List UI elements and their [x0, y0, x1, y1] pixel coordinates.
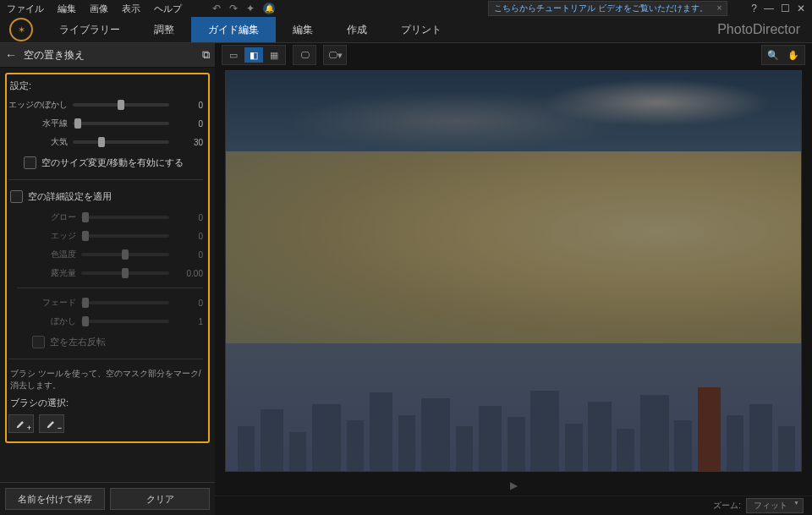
- edge-label: エッジ: [17, 230, 76, 242]
- brush-select-label: ブラシの選択:: [10, 397, 203, 409]
- fade-label: フェード: [17, 297, 76, 309]
- temp-value: 0: [174, 250, 203, 260]
- settings-label: 設定:: [10, 79, 203, 92]
- zoom-select[interactable]: フィット: [746, 498, 804, 513]
- canvas-preview[interactable]: [225, 70, 802, 472]
- edge-slider: [81, 234, 169, 238]
- zoom-label: ズーム:: [713, 500, 741, 512]
- export-icon[interactable]: ⧉: [202, 48, 210, 62]
- play-button[interactable]: ▶: [215, 475, 812, 496]
- view-single-icon[interactable]: ▭: [224, 47, 243, 63]
- glow-label: グロー: [17, 211, 76, 223]
- blur-value: 1: [174, 317, 203, 326]
- blur-slider: [81, 320, 169, 323]
- right-tools: 🔍 ✋: [761, 45, 805, 65]
- fade-value: 0: [174, 299, 203, 308]
- apply-detail-check[interactable]: 空の詳細設定を適用: [8, 185, 203, 208]
- gear-icon[interactable]: ✦: [246, 3, 255, 14]
- horizon-value: 0: [174, 119, 203, 129]
- tutorial-banner[interactable]: こちらからチュートリアル ビデオをご覧いただけます。 ×: [488, 1, 727, 16]
- clear-button[interactable]: クリア: [110, 488, 210, 510]
- brush-add[interactable]: +: [8, 414, 34, 433]
- maximize-icon[interactable]: ☐: [781, 3, 790, 14]
- monitor-group: 🖵▾: [323, 45, 347, 65]
- menu-file[interactable]: ファイル: [7, 3, 44, 15]
- brush-description: ブラシ ツールを使って、空のマスク部分をマーク/消去します。: [8, 364, 203, 395]
- tab-create[interactable]: 作成: [330, 17, 384, 42]
- view-grid-icon[interactable]: ▦: [265, 47, 283, 63]
- redo-icon[interactable]: ↷: [229, 3, 238, 14]
- horizon-label: 水平線: [8, 118, 68, 129]
- display-group: 🖵: [293, 45, 316, 65]
- checkbox-icon: [32, 336, 45, 348]
- bell-icon[interactable]: 🔔: [263, 3, 275, 14]
- tab-guided[interactable]: ガイド編集: [191, 17, 276, 42]
- close-icon[interactable]: ✕: [797, 3, 805, 14]
- tab-edit[interactable]: 編集: [276, 17, 330, 42]
- app-logo: ✶: [0, 18, 42, 41]
- brush-remove[interactable]: −: [39, 414, 64, 433]
- atmosphere-value: 30: [174, 138, 203, 147]
- edge-blur-label: エッジのぼかし: [8, 99, 68, 111]
- magnify-icon[interactable]: 🔍: [764, 47, 782, 63]
- back-icon[interactable]: ←: [5, 48, 17, 62]
- view-mode-group: ▭ ◧ ▦: [222, 45, 286, 65]
- tab-library[interactable]: ライブラリー: [42, 17, 137, 42]
- atmosphere-slider[interactable]: [73, 140, 169, 144]
- glow-value: 0: [174, 213, 203, 222]
- brand-label: PhotoDirector: [717, 22, 800, 37]
- highlighted-settings: 設定: エッジのぼかし 0 水平線 0 大気 30: [5, 73, 210, 443]
- edge-blur-value: 0: [174, 101, 203, 110]
- tab-adjust[interactable]: 調整: [137, 17, 191, 42]
- exposure-value: 0.00: [174, 269, 203, 278]
- hand-icon[interactable]: ✋: [784, 47, 803, 63]
- fade-slider: [81, 301, 169, 304]
- horizon-slider[interactable]: [73, 122, 169, 125]
- checkbox-icon[interactable]: [24, 156, 36, 169]
- menu-edit[interactable]: 編集: [58, 3, 76, 15]
- tab-print[interactable]: プリント: [384, 17, 458, 42]
- atmosphere-label: 大気: [8, 136, 68, 148]
- help-icon[interactable]: ?: [751, 3, 757, 14]
- checkbox-icon[interactable]: [10, 190, 23, 203]
- monitor-icon[interactable]: 🖵: [295, 47, 314, 63]
- minimize-icon[interactable]: —: [764, 3, 774, 14]
- flip-check: 空を左右反転: [17, 331, 203, 353]
- view-compare-icon[interactable]: ◧: [244, 47, 263, 63]
- blur-label: ぼかし: [17, 315, 76, 327]
- edge-value: 0: [174, 232, 203, 241]
- save-button[interactable]: 名前を付けて保存: [5, 488, 105, 510]
- glow-slider: [81, 216, 169, 219]
- menu-image[interactable]: 画像: [90, 3, 108, 15]
- undo-icon[interactable]: ↶: [212, 3, 221, 14]
- tutorial-text: こちらからチュートリアル ビデオをご覧いただけます。: [494, 3, 708, 13]
- preview-image: [226, 71, 801, 471]
- menu-help[interactable]: ヘルプ: [154, 3, 182, 15]
- temp-label: 色温度: [17, 249, 76, 260]
- edge-blur-slider[interactable]: [73, 103, 169, 107]
- temp-slider: [81, 253, 169, 256]
- exposure-slider: [81, 271, 169, 275]
- enable-resize-check[interactable]: 空のサイズ変更/移動を有効にする: [8, 151, 203, 174]
- menu-view[interactable]: 表示: [122, 3, 140, 15]
- tutorial-close-icon[interactable]: ×: [716, 3, 721, 13]
- panel-title: 空の置き換え: [24, 48, 195, 63]
- exposure-label: 露光量: [17, 267, 76, 279]
- monitor-dropdown-icon[interactable]: 🖵▾: [326, 47, 344, 63]
